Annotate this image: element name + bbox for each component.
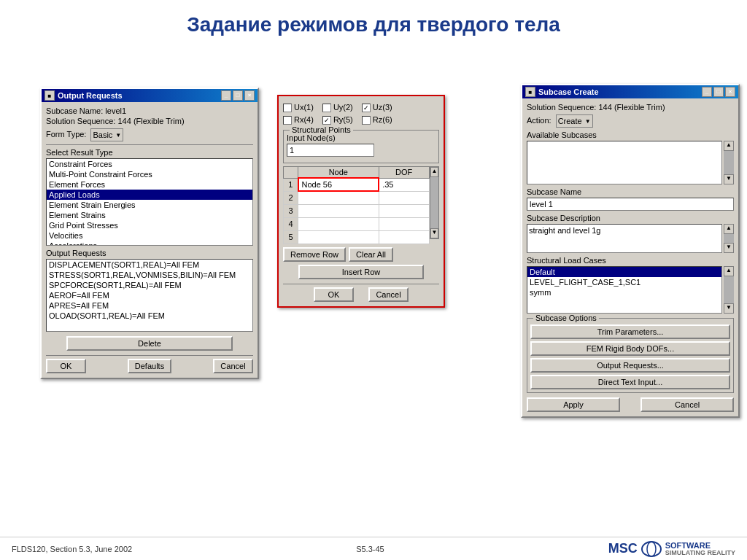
- close-btn[interactable]: ×: [725, 87, 735, 97]
- page-title: Задание режимов для твердого тела: [0, 0, 747, 45]
- close-btn[interactable]: ×: [244, 90, 255, 101]
- maximize-btn[interactable]: □: [233, 90, 243, 101]
- output-requests-group-label: Output Requests: [46, 249, 253, 257]
- remove-row-button[interactable]: Remove Row: [283, 247, 346, 262]
- ry5-checkbox[interactable]: ✓: [322, 116, 331, 125]
- result-type-list-container: Constraint Forces Multi-Point Constraint…: [46, 158, 253, 246]
- dof-cell[interactable]: [379, 217, 429, 230]
- bottom-left-text: FLDS120, Section 5.3, June 2002: [12, 545, 132, 553]
- list-item[interactable]: APRES=All FEM: [47, 300, 252, 311]
- scroll-up[interactable]: ▲: [724, 266, 734, 276]
- dof-cell[interactable]: [379, 230, 429, 244]
- ok-button[interactable]: OK: [314, 287, 354, 302]
- output-requests-list-container: DISPLACEMENT(SORT1,REAL)=All FEM STRESS(…: [46, 259, 253, 332]
- cancel-button[interactable]: Cancel: [368, 287, 409, 302]
- ux1-checkbox-item[interactable]: Ux(1): [283, 103, 314, 113]
- subcase-options-group: Subcase Options Trim Parameters... FEM R…: [527, 318, 734, 393]
- rz6-checkbox-item[interactable]: Rz(6): [362, 115, 392, 125]
- table-row: 2: [284, 191, 430, 204]
- subcase-name-input[interactable]: [527, 198, 734, 211]
- ok-button[interactable]: OK: [46, 359, 86, 373]
- maximize-btn[interactable]: □: [713, 87, 724, 97]
- msc-logo-icon: [640, 540, 662, 558]
- minimize-btn[interactable]: _: [221, 90, 231, 101]
- row-num: 2: [284, 191, 298, 204]
- scroll-down[interactable]: ▼: [724, 303, 734, 314]
- list-item[interactable]: AEROF=All FEM: [47, 290, 252, 300]
- dof-cell[interactable]: .35: [379, 178, 429, 191]
- node-cell[interactable]: [298, 204, 379, 217]
- insert-row-button[interactable]: Insert Row: [298, 265, 423, 279]
- scroll-down-btn[interactable]: ▼: [430, 228, 438, 238]
- uz3-checkbox-item[interactable]: ✓ Uz(3): [362, 103, 392, 113]
- list-item[interactable]: SPCFORCE(SORT1,REAL)=All FEM: [47, 280, 252, 290]
- list-item[interactable]: OLOAD(SORT1,REAL)=All FEM: [47, 311, 252, 321]
- node-cell[interactable]: [298, 191, 379, 204]
- dof-cell[interactable]: [379, 191, 429, 204]
- action-dropdown[interactable]: Create ▼: [556, 114, 593, 128]
- clear-all-button[interactable]: Clear All: [349, 247, 393, 262]
- list-item[interactable]: STRESS(SORT1,REAL,VONMISES,BILIN)=All FE…: [47, 270, 252, 280]
- load-cases-listbox[interactable]: Default LEVEL_FLIGHT_CASE_1,SC1 symm: [527, 266, 722, 314]
- list-item[interactable]: Multi-Point Constraint Forces: [47, 169, 252, 179]
- table-row: 3: [284, 204, 430, 217]
- minimize-btn[interactable]: _: [702, 87, 712, 97]
- col-dof: DOF: [379, 167, 429, 179]
- rx4-checkbox[interactable]: [283, 116, 292, 125]
- structural-points-group: Structural Points Input Node(s): [283, 130, 439, 163]
- cancel-button[interactable]: Cancel: [640, 397, 734, 412]
- bottom-logo: MSC SOFTWARE SIMULATING REALITY: [608, 540, 735, 558]
- scroll-up-btn[interactable]: ▲: [430, 167, 438, 177]
- dof-row2: Rx(4) ✓ Ry(5) Rz(6): [283, 115, 439, 125]
- subcase-desc-field[interactable]: straight and level 1g: [527, 224, 722, 253]
- load-case-item[interactable]: symm: [527, 287, 721, 298]
- list-item[interactable]: DISPLACEMENT(SORT1,REAL)=All FEM: [47, 260, 252, 270]
- table-scrollbar[interactable]: ▲ ▼: [430, 166, 439, 239]
- solution-seq-label: Solution Sequence: 144 (Flexible Trim): [527, 103, 734, 112]
- input-node-field[interactable]: [287, 144, 374, 157]
- output-requests-button[interactable]: Output Requests...: [530, 358, 730, 373]
- list-item[interactable]: Element Forces: [47, 179, 252, 190]
- scroll-down[interactable]: ▼: [724, 174, 734, 184]
- node-cell[interactable]: [298, 230, 379, 244]
- load-case-item[interactable]: LEVEL_FLIGHT_CASE_1,SC1: [527, 277, 721, 287]
- uy2-checkbox-item[interactable]: Uy(2): [322, 103, 353, 113]
- direct-text-button[interactable]: Direct Text Input...: [530, 375, 730, 389]
- delete-button[interactable]: Delete: [66, 336, 232, 351]
- rx4-checkbox-item[interactable]: Rx(4): [283, 115, 314, 125]
- scroll-up[interactable]: ▲: [724, 141, 734, 151]
- ux1-label: Ux(1): [294, 103, 314, 112]
- output-requests-dialog: ■ Output Requests _ □ × Subcase Name: le…: [40, 88, 259, 379]
- dropdown-arrow: ▼: [585, 118, 591, 125]
- result-type-listbox[interactable]: Constraint Forces Multi-Point Constraint…: [46, 158, 253, 246]
- list-item[interactable]: Accelerations: [47, 241, 252, 246]
- dof-cell[interactable]: [379, 204, 429, 217]
- list-item[interactable]: Element Strain Energies: [47, 200, 252, 210]
- form-type-dropdown[interactable]: Basic ▼: [90, 128, 123, 141]
- scroll-down[interactable]: ▼: [724, 243, 734, 253]
- uy2-checkbox[interactable]: [322, 104, 331, 112]
- rz6-checkbox[interactable]: [362, 116, 371, 125]
- apply-button[interactable]: Apply: [527, 397, 620, 412]
- list-item-selected[interactable]: Applied Loads: [47, 190, 252, 200]
- output-requests-listbox[interactable]: DISPLACEMENT(SORT1,REAL)=All FEM STRESS(…: [46, 259, 253, 332]
- separator: [46, 355, 253, 356]
- node-cell-active[interactable]: Node 56: [298, 178, 379, 191]
- list-item[interactable]: Grid Point Stresses: [47, 220, 252, 230]
- action-label: Action:: [527, 116, 551, 125]
- scroll-track: [724, 151, 734, 174]
- available-subcases-listbox[interactable]: [527, 141, 722, 184]
- ry5-checkbox-item[interactable]: ✓ Ry(5): [322, 115, 353, 125]
- list-item[interactable]: Element Strains: [47, 210, 252, 220]
- load-case-item-selected[interactable]: Default: [527, 267, 721, 277]
- defaults-button[interactable]: Defaults: [128, 359, 171, 373]
- uz3-checkbox[interactable]: ✓: [362, 104, 371, 112]
- fem-rigid-body-button[interactable]: FEM Rigid Body DOFs...: [530, 341, 730, 356]
- cancel-button[interactable]: Cancel: [213, 359, 253, 373]
- node-cell[interactable]: [298, 217, 379, 230]
- list-item[interactable]: Constraint Forces: [47, 159, 252, 169]
- trim-parameters-button[interactable]: Trim Parameters...: [530, 324, 730, 339]
- ux1-checkbox[interactable]: [283, 104, 292, 112]
- list-item[interactable]: Velocities: [47, 230, 252, 241]
- scroll-up[interactable]: ▲: [724, 224, 734, 234]
